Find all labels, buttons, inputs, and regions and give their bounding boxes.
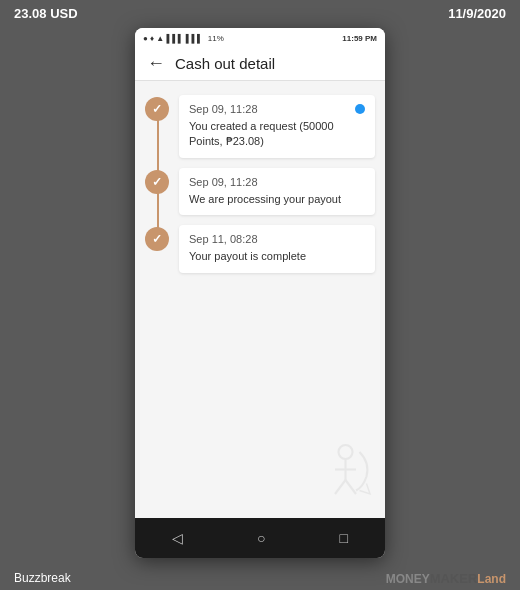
timestamp-1: Sep 09, 11:28: [189, 103, 258, 115]
moneymakerland-label: MONEYMAKERLand: [386, 571, 506, 586]
content-area: Sep 09, 11:28 You created a request (500…: [135, 81, 385, 518]
timeline-item-3: Sep 11, 08:28 Your payout is complete: [145, 225, 375, 272]
nav-home-button[interactable]: ○: [257, 530, 265, 546]
svg-line-4: [346, 480, 357, 494]
watermark-svg: [290, 438, 380, 508]
svg-point-0: [339, 445, 353, 459]
card-header-3: Sep 11, 08:28: [189, 233, 365, 245]
status-icons: ● ♦ ▲ ▌▌▌ ▌▌▌ 11%: [143, 34, 224, 43]
battery-icon: 11%: [208, 34, 224, 43]
maker-text: MAKER: [430, 571, 478, 586]
timeline-dot-2: [145, 170, 169, 194]
back-button[interactable]: ←: [147, 54, 165, 72]
bottom-labels: Buzzbreak MONEYMAKERLand: [0, 567, 520, 590]
timeline-dot-3: [145, 227, 169, 251]
timestamp-3: Sep 11, 08:28: [189, 233, 258, 245]
timeline-card-1: Sep 09, 11:28 You created a request (500…: [179, 95, 375, 158]
page-title: Cash out detail: [175, 55, 275, 72]
buzzbreak-label: Buzzbreak: [14, 571, 71, 586]
card-body-1: You created a request (50000 Points, ₱23…: [189, 119, 365, 150]
timeline-card-2: Sep 09, 11:28 We are processing your pay…: [179, 168, 375, 215]
nav-back-button[interactable]: ◁: [172, 530, 183, 546]
status-time: 11:59 PM: [342, 34, 377, 43]
timestamp-2: Sep 09, 11:28: [189, 176, 258, 188]
bottom-nav: ◁ ○ □: [135, 518, 385, 558]
status-bar: ● ♦ ▲ ▌▌▌ ▌▌▌ 11% 11:59 PM: [135, 28, 385, 46]
timeline: Sep 09, 11:28 You created a request (500…: [145, 95, 375, 283]
land-text: Land: [477, 572, 506, 586]
card-header-1: Sep 09, 11:28: [189, 103, 365, 115]
app-header: ← Cash out detail: [135, 46, 385, 81]
top-bar: 23.08 USD 11/9/2020: [0, 0, 520, 27]
card-body-2: We are processing your payout: [189, 192, 365, 207]
watermark: [290, 438, 380, 508]
blue-dot-indicator: [355, 104, 365, 114]
money-text: MONEY: [386, 572, 430, 586]
top-bar-amount: 23.08 USD: [14, 6, 78, 21]
phone-frame: ● ♦ ▲ ▌▌▌ ▌▌▌ 11% 11:59 PM ← Cash out de…: [135, 28, 385, 558]
top-bar-date: 11/9/2020: [448, 6, 506, 21]
card-header-2: Sep 09, 11:28: [189, 176, 365, 188]
timeline-card-3: Sep 11, 08:28 Your payout is complete: [179, 225, 375, 272]
card-body-3: Your payout is complete: [189, 249, 365, 264]
nav-recent-button[interactable]: □: [340, 530, 348, 546]
timeline-item-2: Sep 09, 11:28 We are processing your pay…: [145, 168, 375, 215]
svg-line-3: [335, 480, 346, 494]
signal-icons: ● ♦ ▲ ▌▌▌ ▌▌▌: [143, 34, 203, 43]
timeline-item-1: Sep 09, 11:28 You created a request (500…: [145, 95, 375, 158]
timeline-dot-1: [145, 97, 169, 121]
